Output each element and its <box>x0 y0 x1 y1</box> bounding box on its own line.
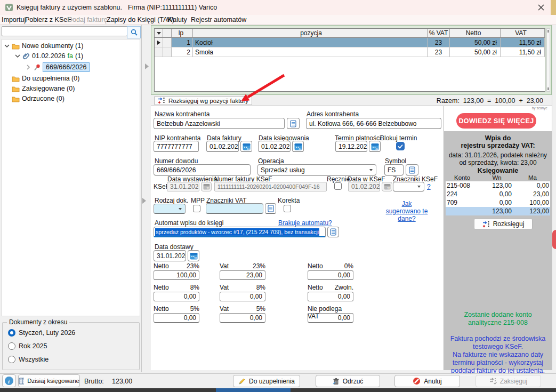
operacja-label: Operacja <box>258 157 284 165</box>
col-header-netto[interactable]: Netto <box>450 29 501 38</box>
col-header-pozycja[interactable]: pozycja <box>193 29 428 38</box>
menu-waluty[interactable]: Waluty <box>167 16 187 23</box>
document-icon <box>268 205 274 212</box>
vat-amount-input[interactable]: 23,00 <box>220 270 265 280</box>
edge-tab[interactable] <box>552 230 556 249</box>
menu-zapisy-do-ksiegi[interactable]: Zapisy do Księgi (TAK) <box>107 16 174 23</box>
tree-item-document-date[interactable]: 01.02.2026 fa (1) <box>15 52 83 60</box>
vat-amount-input[interactable]: 0,00 <box>154 292 199 301</box>
vat-amount-input[interactable]: 0,00 <box>154 313 199 323</box>
vat-amount-input[interactable]: 0,00 <box>308 270 353 280</box>
tree-item-invoice[interactable]: 669/666/2026 <box>26 62 90 72</box>
adres-kontrahenta-input[interactable]: ul. Kotłowa 666, 66-666 Belzebubowo <box>306 118 441 129</box>
paperclip-icon <box>22 52 30 60</box>
operacja-select[interactable]: Sprzedaż usług <box>257 164 376 175</box>
radio-icon <box>8 342 15 350</box>
col-header-vat[interactable]: VAT <box>501 29 545 38</box>
brakuje-automatu-link[interactable]: Brakuje automatu? <box>278 219 332 227</box>
menu-importuj[interactable]: Importuj <box>2 16 26 23</box>
divider <box>141 25 142 372</box>
chevron-collapsed-icon[interactable] <box>26 65 31 70</box>
dzisiaj-ksiegowane-button[interactable]: Dzisiaj księgowane <box>18 374 80 387</box>
automat-input[interactable]: sprzedaż produktów - wzorzec #17, (215 2… <box>154 227 326 237</box>
vat-amount-input[interactable]: 100,00 <box>154 270 199 280</box>
radio-period-wszystkie[interactable]: Wszystkie <box>8 356 49 363</box>
data-dostawy-input[interactable]: 31.01.2026 <box>154 250 186 261</box>
symbol-lookup-button[interactable] <box>406 164 418 175</box>
data-faktury-input[interactable]: 01.02.2025 <box>206 141 239 152</box>
tree-item-do-uzupelnienia[interactable]: Do uzupełnienia (0) <box>12 75 79 82</box>
data-faktury-calendar-button[interactable]: 31 <box>240 141 252 152</box>
table-scrollbar[interactable] <box>546 28 550 92</box>
znaczniki-ksef-help-link[interactable]: ? <box>427 183 431 190</box>
vat-cell-vat-8: Vat8% 0,00 <box>220 284 265 301</box>
numer-dowodu-input[interactable]: 669/666/2026 <box>154 164 251 175</box>
symbol-input[interactable]: FS <box>384 164 404 175</box>
tree-item-nowe-dokumenty[interactable]: Nowe dokumenty (1) <box>4 42 83 50</box>
termin-platnosci-calendar-button[interactable]: 31 <box>369 141 381 152</box>
dowiedz-sie-wiecej-button[interactable]: DOWIEDZ SIĘ WIĘCEJ <box>456 113 536 129</box>
tree-item-zaksiegowane[interactable]: Zaksięgowane (0) <box>12 85 75 92</box>
jak-sugerowano-link[interactable]: Jak sugerowano te dane? <box>385 200 428 222</box>
automat-lookup-button[interactable] <box>327 227 339 237</box>
anuluj-button[interactable]: Anuluj <box>394 375 460 387</box>
zaksieguj-button[interactable]: Zaksięguj <box>476 375 541 387</box>
splitter-collapse-icon[interactable] <box>142 198 147 204</box>
table-row[interactable]: 2 Smoła 23 50,00 zł 11,50 zł <box>155 47 545 57</box>
table-row[interactable]: 1 Kocioł 23 50,00 zł 11,50 zł <box>155 38 545 47</box>
rozksieguj-button[interactable]: Rozksięguj <box>474 219 533 229</box>
row-marker-icon <box>155 38 163 47</box>
menu-pobierz-z-ksef[interactable]: Pobierz z KSeF <box>25 16 71 23</box>
mpp-checkbox[interactable] <box>193 205 200 212</box>
znaczniki-ksef-select[interactable] <box>393 182 424 191</box>
pencil-icon <box>238 378 246 385</box>
data-ksiegowania-input[interactable]: 01.02.2025 <box>258 141 291 152</box>
data-dostawy-calendar-button[interactable]: 31 <box>188 250 199 261</box>
window-title: Księguj faktury z użyciem szablonu. <box>17 4 122 11</box>
termin-platnosci-input[interactable]: 19.12.2025 <box>335 141 367 152</box>
svg-text:31: 31 <box>375 147 378 150</box>
vat-amount-input[interactable]: 0,00 <box>220 292 265 301</box>
symbol-label: Symbol <box>385 157 406 165</box>
col-header-lp[interactable]: lp <box>172 29 193 38</box>
rodzaj-dok-select[interactable] <box>154 204 186 214</box>
col-header-vat-pct[interactable]: % VAT <box>428 29 450 38</box>
radio-period-rok-2025[interactable]: Rok 2025 <box>8 342 47 350</box>
svg-text:31: 31 <box>299 147 302 150</box>
split-posting-icon <box>158 97 165 104</box>
menu-rejestr-automatow[interactable]: Rejestr automatów <box>191 16 246 23</box>
do-uzupelnienia-button[interactable]: Do uzupełnienia <box>233 375 300 387</box>
info-button[interactable]: i <box>2 374 16 387</box>
vat-amount-input[interactable]: 0,00 <box>308 292 353 301</box>
blokuj-termin-checkbox[interactable] <box>396 142 405 150</box>
close-button[interactable] <box>533 1 549 14</box>
rozksieguj-wg-pozycji-button[interactable]: Rozksięguj wg pozycji faktury <box>154 96 252 105</box>
znaczniki-vat-input[interactable] <box>206 203 263 214</box>
radio-period-current[interactable]: Styczeń, Luty 2026 <box>8 329 75 337</box>
search-button[interactable] <box>127 26 141 38</box>
data-wystawienia-input: 31.01.2026 <box>167 182 199 191</box>
chevron-expanded-icon[interactable] <box>15 53 20 59</box>
nazwa-kontrahenta-label: Nazwa kontrahenta <box>155 110 209 118</box>
filter-dropdown-icon[interactable] <box>155 29 163 38</box>
odrzuc-button[interactable]: Odrzuć <box>316 375 380 387</box>
tree-item-odrzucone[interactable]: Odrzucone (0) <box>12 95 65 102</box>
chevron-expanded-icon[interactable] <box>4 43 10 49</box>
entry-title-line2: rejestru sprzedaży VAT: <box>444 142 552 149</box>
chevron-down-icon <box>369 169 373 171</box>
korekta-checkbox[interactable] <box>284 205 291 212</box>
doc-type-tag: fa <box>68 52 73 60</box>
recznie-checkbox[interactable] <box>334 182 342 190</box>
vat-amount-input[interactable]: 0,00 <box>220 313 265 323</box>
nazwa-lookup-button[interactable] <box>287 118 300 129</box>
data-w-ksef-calendar-button: 31 <box>382 182 392 191</box>
znaczniki-vat-lookup-button[interactable] <box>265 203 276 214</box>
splitter-collapse-icon[interactable] <box>145 63 149 70</box>
search-input[interactable] <box>2 26 127 36</box>
folder-icon <box>12 75 20 82</box>
data-ksiegowania-calendar-button[interactable]: 31 <box>292 141 304 152</box>
nip-kontrahenta-input[interactable]: 7777777777 <box>154 141 199 152</box>
selected-text: sprzedaż produktów - wzorzec #17, (215 2… <box>155 228 319 236</box>
menu-bar: Importuj Pobierz z KSeF Dodaj fakturę Za… <box>0 15 556 25</box>
nazwa-kontrahenta-input[interactable]: Belzebub Azazelowski <box>154 118 285 129</box>
